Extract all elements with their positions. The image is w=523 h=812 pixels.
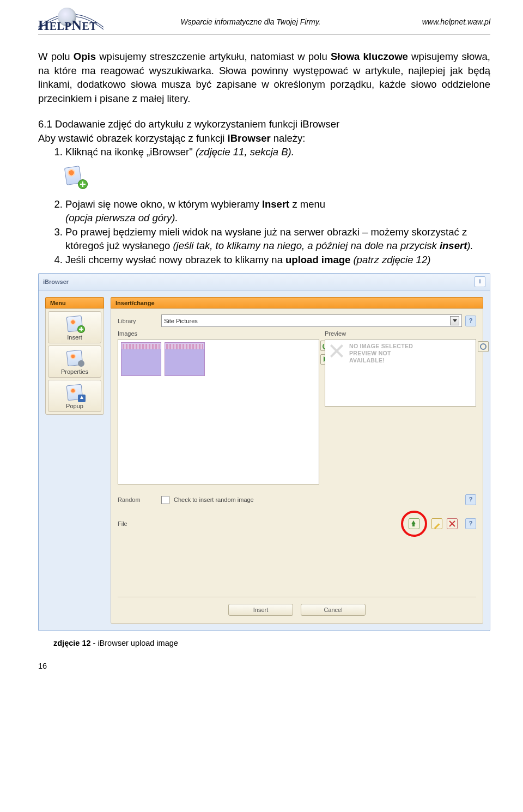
image-thumbnail[interactable] bbox=[121, 342, 161, 376]
library-select[interactable]: Site Pictures bbox=[161, 314, 462, 327]
logo-text: HELPNET bbox=[38, 17, 97, 34]
preview-box: NO IMAGE SELECTED PREVIEW NOT AVAILABLE! bbox=[325, 339, 476, 407]
figure-caption-12: zdjęcie 12 - iBrowser upload image bbox=[53, 639, 490, 647]
step-1: Kliknąć na ikonkę „iBrowser" (zdjęcie 11… bbox=[65, 145, 490, 159]
delete-icon[interactable] bbox=[447, 518, 458, 529]
helpnet-logo: HELPNET bbox=[38, 11, 104, 33]
random-checkbox[interactable] bbox=[161, 496, 169, 504]
cancel-button[interactable]: Cancel bbox=[301, 604, 366, 616]
site-url: www.helpnet.waw.pl bbox=[398, 17, 490, 26]
preview-label: Preview bbox=[325, 330, 368, 337]
step-3: Po prawej będziemy mieli widok na wysłan… bbox=[65, 225, 490, 253]
tagline: Wsparcie informatyczne dla Twojej Firmy. bbox=[104, 17, 398, 26]
steps-list-1: Kliknąć na ikonkę „iBrowser" (zdjęcie 11… bbox=[38, 145, 490, 159]
ibrowser-menu-column: Menu Insert Properties Popup bbox=[45, 297, 104, 624]
menu-item-popup[interactable]: Popup bbox=[48, 380, 101, 412]
popup-menu-icon bbox=[65, 384, 84, 401]
upload-highlight-circle bbox=[401, 511, 427, 537]
menu-header: Menu bbox=[45, 297, 104, 308]
help-icon[interactable]: ? bbox=[465, 494, 476, 505]
menu-item-properties[interactable]: Properties bbox=[48, 346, 101, 378]
page-header: HELPNET Wsparcie informatyczne dla Twoje… bbox=[38, 11, 490, 34]
ibrowser-icon bbox=[64, 166, 86, 187]
page-number: 16 bbox=[38, 662, 490, 670]
section-6-1-intro: Aby wstawić obrazek korzystając z funkcj… bbox=[38, 131, 490, 146]
zoom-icon[interactable] bbox=[478, 341, 489, 352]
edit-icon[interactable] bbox=[431, 518, 442, 529]
paragraph-1: W polu Opis wpisujemy streszczenie artyk… bbox=[38, 50, 490, 105]
images-listbox[interactable] bbox=[118, 339, 319, 484]
library-label: Library bbox=[118, 318, 161, 324]
ibrowser-title: iBrowser bbox=[43, 278, 69, 285]
steps-list-2: Pojawi się nowe okno, w którym wybieramy… bbox=[38, 197, 490, 267]
menu-item-insert[interactable]: Insert bbox=[48, 311, 101, 343]
ibrowser-window: iBrowser i Menu Insert Properties bbox=[38, 273, 490, 631]
help-icon[interactable]: ? bbox=[465, 518, 476, 529]
section-6-1-title: 6.1 Dodawanie zdjęć do artykułu z wykorz… bbox=[38, 117, 490, 131]
info-icon[interactable]: i bbox=[475, 276, 485, 287]
file-label: File bbox=[118, 520, 161, 527]
images-label: Images bbox=[118, 330, 161, 337]
preview-placeholder-text: NO IMAGE SELECTED PREVIEW NOT AVAILABLE! bbox=[349, 343, 413, 364]
random-text: Check to insert random image bbox=[174, 496, 254, 503]
ibrowser-main-panel: Insert/change Library Site Pictures ? Im… bbox=[111, 297, 483, 624]
panel-header: Insert/change bbox=[111, 297, 483, 308]
image-thumbnail[interactable] bbox=[165, 342, 205, 376]
chevron-down-icon bbox=[450, 316, 459, 325]
help-icon[interactable]: ? bbox=[465, 316, 476, 326]
no-image-icon bbox=[329, 343, 345, 359]
ibrowser-titlebar: iBrowser i bbox=[39, 274, 490, 290]
step-4: Jeśli chcemy wysłać nowy obrazek to klik… bbox=[65, 253, 490, 267]
insert-button[interactable]: Insert bbox=[228, 604, 293, 616]
insert-menu-icon bbox=[65, 315, 84, 332]
upload-image-icon[interactable] bbox=[409, 518, 419, 529]
step-2: Pojawi się nowe okno, w którym wybieramy… bbox=[65, 197, 490, 225]
properties-menu-icon bbox=[65, 349, 84, 367]
random-label: Random bbox=[118, 496, 161, 503]
